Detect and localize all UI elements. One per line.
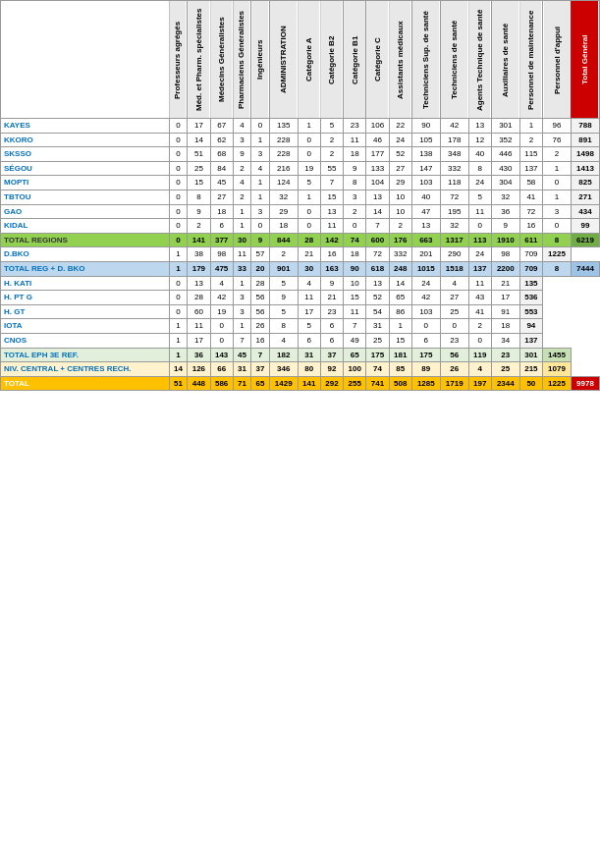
cell-12-7: 21	[320, 291, 343, 305]
cell-3-17: 1413	[571, 161, 599, 176]
cell-16-1: 36	[188, 348, 210, 362]
col-header-6: Catégorie A	[298, 1, 320, 119]
cell-7-1: 2	[188, 219, 210, 234]
cell-2-14: 446	[491, 147, 519, 162]
cell-1-17: 891	[571, 133, 599, 147]
col-header-1: Méd. et Pharm. spécialistes	[188, 1, 210, 119]
cell-15-7: 6	[320, 333, 343, 348]
col-header-0: Professeurs agrégés	[169, 1, 187, 119]
cell-9-16: 1225	[543, 247, 572, 262]
cell-5-9: 13	[366, 190, 389, 204]
cell-18-0: 51	[169, 376, 187, 391]
table-row: D.BKO13898115722116187233220129024987091…	[1, 247, 600, 262]
cell-12-10: 65	[389, 291, 411, 305]
cell-11-6: 4	[298, 276, 320, 291]
cell-13-15: 553	[519, 304, 542, 319]
cell-11-0: 0	[169, 276, 187, 291]
cell-15-4: 16	[251, 333, 269, 348]
cell-13-4: 56	[251, 304, 269, 319]
cell-8-8: 74	[344, 233, 366, 247]
cell-11-14: 21	[491, 276, 519, 291]
cell-8-1: 141	[188, 233, 210, 247]
cell-14-3: 1	[233, 319, 250, 334]
cell-14-2: 0	[210, 319, 233, 334]
cell-4-13: 24	[468, 176, 491, 190]
cell-4-1: 15	[188, 176, 210, 190]
cell-3-8: 9	[344, 161, 366, 176]
cell-17-9: 74	[366, 362, 389, 377]
cell-16-10: 181	[389, 348, 411, 362]
cell-18-14: 2344	[491, 376, 519, 391]
cell-1-5: 228	[269, 133, 298, 147]
cell-5-13: 5	[468, 190, 491, 204]
table-row: IOTA111012685673110021894	[1, 319, 600, 334]
cell-11-5: 5	[269, 276, 298, 291]
main-table-container: Professeurs agrégésMéd. et Pharm. spécia…	[0, 0, 600, 391]
row-label: CNOS	[1, 333, 170, 348]
cell-10-4: 20	[251, 261, 269, 276]
cell-6-8: 2	[344, 204, 366, 219]
col-header-17: Total Général	[571, 1, 599, 119]
cell-13-10: 86	[389, 304, 411, 319]
cell-13-11: 103	[411, 304, 440, 319]
cell-17-7: 92	[320, 362, 343, 377]
cell-3-13: 8	[468, 161, 491, 176]
cell-3-16: 1	[543, 161, 572, 176]
table-row: TBTOU08272132115313104072532411271	[1, 190, 600, 204]
cell-5-11: 40	[411, 190, 440, 204]
cell-9-10: 332	[389, 247, 411, 262]
cell-1-0: 0	[169, 133, 187, 147]
cell-13-6: 17	[298, 304, 320, 319]
cell-15-1: 17	[188, 333, 210, 348]
cell-3-12: 332	[440, 161, 468, 176]
table-row: KAYES0176740135152310622904213301196788	[1, 119, 600, 134]
cell-14-14: 18	[491, 319, 519, 334]
cell-18-6: 141	[298, 376, 320, 391]
cell-2-15: 115	[519, 147, 542, 162]
cell-15-2: 0	[210, 333, 233, 348]
cell-1-15: 2	[519, 133, 542, 147]
cell-10-13: 137	[468, 261, 491, 276]
cell-4-11: 103	[411, 176, 440, 190]
cell-2-10: 52	[389, 147, 411, 162]
cell-10-12: 1518	[440, 261, 468, 276]
cell-7-13: 0	[468, 219, 491, 234]
cell-8-14: 1910	[491, 233, 519, 247]
cell-0-13: 13	[468, 119, 491, 134]
cell-18-11: 1285	[411, 376, 440, 391]
cell-16-11: 175	[411, 348, 440, 362]
cell-12-4: 56	[251, 291, 269, 305]
cell-6-7: 13	[320, 204, 343, 219]
cell-14-0: 1	[169, 319, 187, 334]
cell-12-6: 11	[298, 291, 320, 305]
row-label: IOTA	[1, 319, 170, 334]
cell-2-9: 177	[366, 147, 389, 162]
cell-5-5: 32	[269, 190, 298, 204]
cell-10-2: 475	[210, 261, 233, 276]
cell-18-16: 1225	[543, 376, 572, 391]
cell-0-7: 5	[320, 119, 343, 134]
cell-0-14: 301	[491, 119, 519, 134]
cell-5-15: 41	[519, 190, 542, 204]
cell-4-8: 8	[344, 176, 366, 190]
cell-8-9: 600	[366, 233, 389, 247]
cell-9-4: 57	[251, 247, 269, 262]
cell-11-7: 9	[320, 276, 343, 291]
cell-6-2: 18	[210, 204, 233, 219]
cell-11-8: 10	[344, 276, 366, 291]
cell-1-16: 76	[543, 133, 572, 147]
cell-6-13: 11	[468, 204, 491, 219]
cell-9-12: 290	[440, 247, 468, 262]
cell-8-6: 28	[298, 233, 320, 247]
col-header-12: Techniciens de santé	[440, 1, 468, 119]
cell-9-0: 1	[169, 247, 187, 262]
cell-13-14: 91	[491, 304, 519, 319]
cell-7-12: 32	[440, 219, 468, 234]
cell-8-16: 8	[543, 233, 572, 247]
cell-14-9: 31	[366, 319, 389, 334]
cell-16-14: 23	[491, 348, 519, 362]
cell-8-4: 9	[251, 233, 269, 247]
cell-0-5: 135	[269, 119, 298, 134]
cell-10-7: 163	[320, 261, 343, 276]
cell-5-1: 8	[188, 190, 210, 204]
